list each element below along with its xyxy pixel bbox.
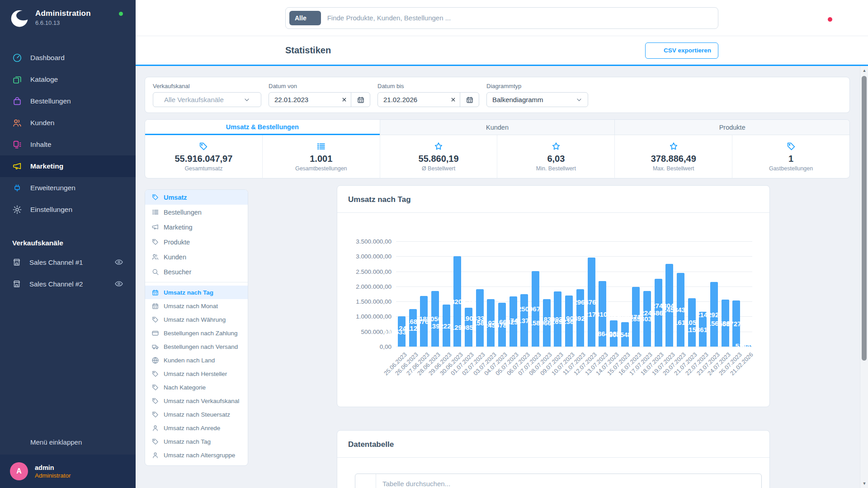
- bar-21.07.2023[interactable]: [688, 298, 696, 347]
- calendar-button[interactable]: [351, 93, 370, 107]
- clear-date-button[interactable]: [337, 97, 351, 103]
- subnav-item-marketing[interactable]: Marketing: [145, 220, 248, 235]
- bar-25.07.2023[interactable]: [732, 300, 740, 347]
- bar-12.07.2023[interactable]: [588, 258, 595, 347]
- bar-24.07.2023[interactable]: [722, 300, 729, 347]
- bar-19.07.2023[interactable]: [665, 264, 673, 347]
- bar-23.07.2023[interactable]: [710, 282, 718, 347]
- subnav-item-umsatz[interactable]: Umsatz: [145, 190, 248, 205]
- bar-04.07.2023[interactable]: [498, 303, 506, 347]
- collapse-menu-button[interactable]: Menü einklappen: [0, 429, 136, 455]
- bar-13.07.2023[interactable]: [599, 281, 606, 347]
- close-icon: [341, 97, 347, 103]
- bar-28.06.2023[interactable]: [431, 291, 439, 347]
- verkaufskanal-select[interactable]: Alle Verkaufskanäle: [153, 92, 261, 107]
- sidebar-item-kunden[interactable]: Kunden: [0, 112, 136, 134]
- subnav-item-umsatz-nach-hersteller-6[interactable]: Umsatz nach Hersteller: [145, 367, 248, 380]
- bar-03.07.2023[interactable]: [487, 299, 495, 347]
- sidebar-item-kataloge[interactable]: Kataloge: [0, 69, 136, 90]
- sidebar-item-marketing[interactable]: Marketing: [0, 155, 136, 177]
- subnav-item-produkte[interactable]: Produkte: [145, 235, 248, 249]
- tab-produkte[interactable]: Produkte: [614, 120, 849, 135]
- bar-02.07.2023[interactable]: [476, 289, 484, 347]
- subnav-item-kunden[interactable]: Kunden: [145, 249, 248, 264]
- search-icon: [151, 268, 159, 276]
- sidebar-item-label: Marketing: [30, 162, 63, 170]
- subnav-item-kunden-nach-land-5[interactable]: Kunden nach Land: [145, 353, 248, 367]
- subnav-item-umsatz-nach-verkaufskanal-8[interactable]: Umsatz nach Verkaufskanal: [145, 394, 248, 408]
- subnav-item-umsatz-nach-anrede-10[interactable]: Umsatz nach Anrede: [145, 421, 248, 435]
- bar-29.06.2023[interactable]: [443, 305, 450, 347]
- subnav-item-umsatz-nach-monat-1[interactable]: Umsatz nach Monat: [145, 299, 248, 313]
- sales-channel-label: Sales Channel #1: [29, 258, 83, 266]
- bar-06.07.2023[interactable]: [520, 294, 528, 347]
- subnav-item-bestellungen-nach-versand-4[interactable]: Bestellungen nach Versand: [145, 340, 248, 353]
- sidebar-item-inhalte[interactable]: Inhalte: [0, 134, 136, 155]
- bar-16.07.2023[interactable]: [632, 287, 640, 347]
- stat-value: 55.916.047,97: [175, 154, 232, 164]
- bar-27.06.2023[interactable]: [420, 296, 428, 347]
- person-icon: [151, 424, 159, 432]
- subnav-item-umsatz-nach-tag-11[interactable]: Umsatz nach Tag: [145, 435, 248, 448]
- clear-date-button[interactable]: [446, 97, 460, 103]
- calendar-icon: [151, 289, 159, 296]
- sidebar-item-dashboard[interactable]: Dashboard: [0, 47, 136, 69]
- subnav-item-umsatz-nach-w-hrung-2[interactable]: Umsatz nach Währung: [145, 313, 248, 326]
- calendar-button[interactable]: [460, 93, 479, 107]
- bar-15.07.2023[interactable]: [621, 322, 629, 347]
- stat-value: 1: [788, 154, 793, 164]
- scroll-down-arrow-icon[interactable]: ▼: [860, 480, 868, 487]
- scrollbar-thumb[interactable]: [862, 76, 867, 361]
- csv-export-button[interactable]: CSV exportieren: [645, 42, 718, 59]
- sidebar-item-bestellungen[interactable]: Bestellungen: [0, 90, 136, 112]
- bar-01.07.2023[interactable]: [465, 308, 472, 347]
- eye-icon[interactable]: [114, 258, 123, 267]
- bar-17.07.2023[interactable]: [643, 291, 651, 347]
- subnav-item-umsatz-nach-altersgruppe-12[interactable]: Umsatz nach Altersgruppe: [145, 448, 248, 462]
- customers-icon: [151, 253, 159, 261]
- search-scope-dropdown[interactable]: Alle: [289, 11, 321, 25]
- subnav-item-besucher[interactable]: Besucher: [145, 264, 248, 279]
- scroll-up-arrow-icon[interactable]: ▲: [860, 67, 868, 74]
- sidebar-item-erweiterungen[interactable]: Erweiterungen: [0, 177, 136, 199]
- subnav-item-label: Umsatz nach Tag: [164, 438, 211, 445]
- add-sales-channel-icon[interactable]: [114, 239, 123, 248]
- bar-26.06.2023[interactable]: [409, 309, 417, 347]
- eye-icon[interactable]: [114, 279, 123, 288]
- subnav-item-label: Nach Kategorie: [164, 384, 206, 391]
- extensions-icon: [12, 183, 22, 193]
- bar-18.07.2023[interactable]: [655, 279, 662, 347]
- diagrammtyp-select[interactable]: Balkendiagramm: [486, 92, 588, 107]
- sidebar-item-einstellungen[interactable]: Einstellungen: [0, 199, 136, 221]
- gridline: [396, 286, 752, 287]
- bar-20.07.2023[interactable]: [677, 273, 684, 347]
- bar-05.07.2023[interactable]: [509, 296, 517, 347]
- subnav-item-umsatz-nach-tag-0[interactable]: Umsatz nach Tag: [145, 286, 248, 299]
- bar-08.07.2023[interactable]: [543, 299, 551, 347]
- bar-10.07.2023[interactable]: [565, 296, 573, 347]
- subnav-item-umsatz-nach-steuersatz-9[interactable]: Umsatz nach Steuersatz: [145, 408, 248, 421]
- search-input[interactable]: [327, 14, 695, 22]
- sidebar-item-sales-channel-2[interactable]: Sales Channel #2: [0, 273, 136, 295]
- bar-07.07.2023[interactable]: [532, 271, 539, 347]
- vertical-scrollbar[interactable]: ▲ ▼: [860, 66, 868, 488]
- datum-bis-date-field[interactable]: 21.02.2026: [377, 92, 479, 107]
- bar-30.06.2023[interactable]: [453, 256, 461, 347]
- bar-25.06.2023[interactable]: [398, 316, 406, 347]
- bar-14.07.2023[interactable]: [610, 320, 618, 347]
- subnav-item-label: Bestellungen: [164, 209, 202, 216]
- bar-09.07.2023[interactable]: [554, 291, 561, 347]
- table-search-input[interactable]: [376, 480, 761, 488]
- user-menu[interactable]: A admin Administrator: [0, 455, 136, 488]
- subnav-item-bestellungen[interactable]: Bestellungen: [145, 205, 248, 220]
- bar-21.02.2026[interactable]: [744, 345, 751, 347]
- subnav-item-nach-kategorie-7[interactable]: Nach Kategorie: [145, 380, 248, 394]
- datum-von-date-field[interactable]: 22.01.2023: [269, 92, 370, 107]
- tab-kunden[interactable]: Kunden: [380, 120, 615, 135]
- subnav-item-bestellungen-nach-zahlung-3[interactable]: Bestellungen nach Zahlung: [145, 326, 248, 340]
- bar-22.07.2023[interactable]: [699, 312, 707, 347]
- help-icon[interactable]: [844, 13, 854, 23]
- bar-11.07.2023[interactable]: [576, 289, 584, 347]
- sidebar-item-sales-channel-1[interactable]: Sales Channel #1: [0, 251, 136, 273]
- tab-umsatz-bestellungen[interactable]: Umsatz & Bestellungen: [145, 120, 380, 135]
